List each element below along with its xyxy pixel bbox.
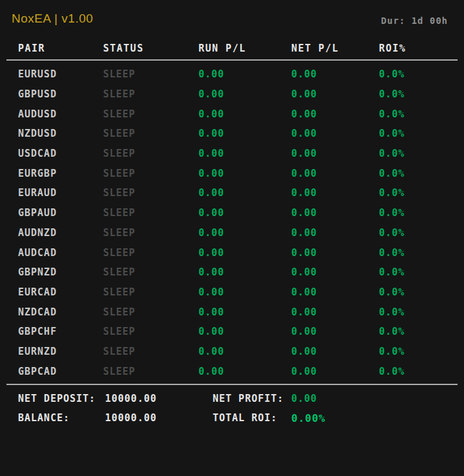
column-header-roi: ROI% [379, 43, 446, 54]
table-row: EURCADSLEEP0.000.000.0% [0, 283, 464, 302]
table-row: AUDCADSLEEP0.000.000.0% [0, 243, 464, 263]
run-pl-value: 0.00 [198, 168, 291, 179]
pair-label: AUDUSD [18, 108, 103, 120]
run-pl-value: 0.00 [198, 108, 291, 120]
roi-value: 0.0% [379, 247, 446, 259]
status-label: SLEEP [103, 168, 198, 179]
roi-value: 0.0% [379, 326, 446, 337]
roi-value: 0.0% [379, 148, 446, 159]
pair-label: GBPCAD [18, 366, 103, 377]
roi-value: 0.0% [379, 68, 446, 80]
table-row: GBPNZDSLEEP0.000.000.0% [0, 263, 464, 283]
net-pl-value: 0.00 [291, 108, 379, 120]
table-row: EURGBPSLEEP0.000.000.0% [0, 163, 464, 183]
net-pl-value: 0.00 [291, 366, 379, 377]
status-label: SLEEP [103, 366, 198, 377]
summary-section: NET DEPOSIT: 10000.00 NET PROFIT: 0.00 B… [0, 385, 464, 428]
topbar: NoxEA | v1.00 Dur: 1d 00h [0, 0, 464, 26]
table-row: AUDUSDSLEEP0.000.000.0% [0, 104, 464, 124]
status-label: SLEEP [103, 128, 198, 139]
summary-row-balance-roi: BALANCE: 10000.00 TOTAL ROI: 0.00% [18, 408, 446, 428]
roi-value: 0.0% [379, 266, 446, 278]
net-deposit-value: 10000.00 [105, 393, 213, 404]
run-pl-value: 0.00 [198, 227, 291, 239]
pair-label: NZDUSD [18, 128, 103, 139]
column-header-status: STATUS [103, 43, 198, 54]
status-label: SLEEP [103, 68, 198, 80]
pair-label: EURNZD [18, 346, 103, 357]
net-pl-value: 0.00 [291, 266, 379, 278]
run-pl-value: 0.00 [198, 247, 291, 259]
roi-value: 0.0% [379, 346, 446, 357]
net-pl-value: 0.00 [291, 326, 379, 337]
table-row: EURUSDSLEEP0.000.000.0% [0, 64, 464, 84]
column-header-net-pl: NET P/L [291, 43, 379, 54]
run-pl-value: 0.00 [198, 68, 291, 80]
run-pl-value: 0.00 [198, 128, 291, 139]
status-label: SLEEP [103, 326, 198, 337]
run-pl-value: 0.00 [198, 88, 291, 100]
table-row: AUDNZDSLEEP0.000.000.0% [0, 223, 464, 243]
table-row: USDCADSLEEP0.000.000.0% [0, 144, 464, 164]
roi-value: 0.0% [379, 168, 446, 179]
table-row: GBPCADSLEEP0.000.000.0% [0, 361, 464, 381]
net-pl-value: 0.00 [291, 128, 379, 139]
run-pl-value: 0.00 [198, 286, 291, 298]
status-label: SLEEP [103, 306, 198, 318]
column-header-pair: PAIR [18, 43, 103, 54]
net-pl-value: 0.00 [291, 88, 379, 100]
net-pl-value: 0.00 [291, 306, 379, 318]
net-profit-value: 0.00 [291, 393, 446, 404]
net-pl-value: 0.00 [291, 247, 379, 259]
balance-label: BALANCE: [18, 412, 105, 424]
roi-value: 0.0% [379, 108, 446, 120]
run-pl-value: 0.00 [198, 366, 291, 377]
net-pl-value: 0.00 [291, 168, 379, 179]
status-label: SLEEP [103, 266, 198, 278]
pair-label: GBPUSD [18, 88, 103, 100]
net-deposit-label: NET DEPOSIT: [18, 393, 105, 404]
roi-value: 0.0% [379, 128, 446, 139]
net-pl-value: 0.00 [291, 207, 379, 219]
net-pl-value: 0.00 [291, 286, 379, 298]
pair-label: GBPAUD [18, 207, 103, 219]
status-label: SLEEP [103, 346, 198, 357]
net-pl-value: 0.00 [291, 227, 379, 239]
run-pl-value: 0.00 [198, 266, 291, 278]
status-label: SLEEP [103, 108, 198, 120]
pairs-table-body: EURUSDSLEEP0.000.000.0%GBPUSDSLEEP0.000.… [0, 64, 464, 381]
pair-label: EURCAD [18, 286, 103, 298]
table-row: EURNZDSLEEP0.000.000.0% [0, 342, 464, 362]
table-row: GBPAUDSLEEP0.000.000.0% [0, 203, 464, 223]
pair-label: GBPNZD [18, 266, 103, 278]
duration-label: Dur: 1d 00h [381, 15, 448, 26]
pair-label: EURGBP [18, 168, 103, 179]
table-row: GBPUSDSLEEP0.000.000.0% [0, 84, 464, 104]
pair-label: EURAUD [18, 187, 103, 199]
total-roi-label: TOTAL ROI: [213, 412, 291, 424]
balance-value: 10000.00 [105, 412, 213, 424]
pair-label: AUDCAD [18, 247, 103, 259]
noxea-dashboard-panel: NoxEA | v1.00 Dur: 1d 00h PAIR STATUS RU… [0, 0, 464, 476]
net-profit-label: NET PROFIT: [213, 393, 291, 404]
roi-value: 0.0% [379, 227, 446, 239]
pair-label: NZDCAD [18, 306, 103, 318]
net-pl-value: 0.00 [291, 68, 379, 80]
net-pl-value: 0.00 [291, 187, 379, 199]
status-label: SLEEP [103, 286, 198, 298]
run-pl-value: 0.00 [198, 148, 291, 159]
roi-value: 0.0% [379, 366, 446, 377]
status-label: SLEEP [103, 247, 198, 259]
table-row: NZDCADSLEEP0.000.000.0% [0, 302, 464, 322]
app-title: NoxEA | v1.00 [12, 12, 93, 26]
table-row: NZDUSDSLEEP0.000.000.0% [0, 124, 464, 144]
run-pl-value: 0.00 [198, 326, 291, 337]
total-roi-value: 0.00% [291, 412, 446, 424]
pair-label: EURUSD [18, 68, 103, 80]
roi-value: 0.0% [379, 286, 446, 298]
status-label: SLEEP [103, 227, 198, 239]
roi-value: 0.0% [379, 88, 446, 100]
net-pl-value: 0.00 [291, 148, 379, 159]
table-header-row: PAIR STATUS RUN P/L NET P/L ROI% [0, 43, 464, 54]
header-divider [6, 59, 458, 61]
